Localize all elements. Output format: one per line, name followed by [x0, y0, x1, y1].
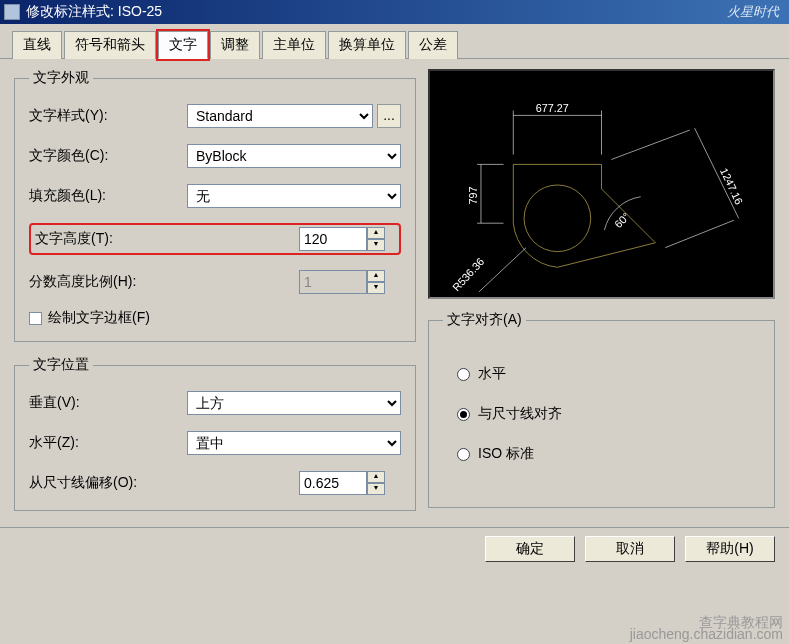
- align-iso-label: ISO 标准: [478, 445, 534, 463]
- svg-point-0: [524, 185, 591, 252]
- help-button[interactable]: 帮助(H): [685, 536, 775, 562]
- offset-input[interactable]: [299, 471, 367, 495]
- align-horizontal-label: 水平: [478, 365, 506, 383]
- tab-primary-units[interactable]: 主单位: [262, 31, 326, 59]
- fill-color-label: 填充颜色(L):: [29, 187, 187, 205]
- offset-spin-down[interactable]: ▼: [367, 483, 385, 495]
- ok-button[interactable]: 确定: [485, 536, 575, 562]
- vertical-select[interactable]: 上方: [187, 391, 401, 415]
- align-legend: 文字对齐(A): [443, 311, 526, 329]
- align-dimension-line-radio[interactable]: [457, 408, 470, 421]
- appearance-legend: 文字外观: [29, 69, 93, 87]
- tab-symbols-arrows[interactable]: 符号和箭头: [64, 31, 156, 59]
- dim-angle: 60°: [612, 210, 632, 230]
- fraction-spin-up: ▲: [367, 270, 385, 282]
- app-icon: [4, 4, 20, 20]
- horizontal-select[interactable]: 置中: [187, 431, 401, 455]
- fraction-scale-label: 分数高度比例(H):: [29, 273, 299, 291]
- dim-top: 677.27: [536, 102, 569, 114]
- dim-left: 797: [467, 187, 479, 205]
- horizontal-label: 水平(Z):: [29, 434, 187, 452]
- svg-line-10: [479, 248, 526, 292]
- text-color-select[interactable]: ByBlock: [187, 144, 401, 168]
- tab-lines[interactable]: 直线: [12, 31, 62, 59]
- offset-label: 从尺寸线偏移(O):: [29, 474, 299, 492]
- vertical-label: 垂直(V):: [29, 394, 187, 412]
- draw-frame-checkbox[interactable]: [29, 312, 42, 325]
- tab-fit[interactable]: 调整: [210, 31, 260, 59]
- align-horizontal-radio[interactable]: [457, 368, 470, 381]
- align-dimension-line-label: 与尺寸线对齐: [478, 405, 562, 423]
- tab-alt-units[interactable]: 换算单位: [328, 31, 406, 59]
- tab-text[interactable]: 文字: [158, 31, 208, 59]
- height-spin-up[interactable]: ▲: [367, 227, 385, 239]
- footer-watermark: 查字典教程网 jiaocheng.chazidian.com: [630, 616, 783, 640]
- tab-strip: 直线 符号和箭头 文字 调整 主单位 换算单位 公差: [0, 24, 789, 59]
- tab-tolerance[interactable]: 公差: [408, 31, 458, 59]
- draw-frame-label: 绘制文字边框(F): [48, 309, 150, 327]
- dim-right: 1247.16: [718, 166, 745, 206]
- placement-legend: 文字位置: [29, 356, 93, 374]
- align-iso-radio[interactable]: [457, 448, 470, 461]
- text-placement-group: 文字位置 垂直(V): 上方 水平(Z): 置中 从尺寸线偏移(O): ▲ ▼: [14, 356, 416, 511]
- svg-line-5: [665, 220, 734, 247]
- text-style-label: 文字样式(Y):: [29, 107, 187, 125]
- fraction-spin-down: ▼: [367, 282, 385, 294]
- offset-spin-up[interactable]: ▲: [367, 471, 385, 483]
- window-title: 修改标注样式: ISO-25: [26, 3, 727, 21]
- text-color-label: 文字颜色(C):: [29, 147, 187, 165]
- dimension-preview: 677.27 1247.16 797 R536.36 60°: [428, 69, 775, 299]
- fill-color-select[interactable]: 无: [187, 184, 401, 208]
- text-style-select[interactable]: Standard: [187, 104, 373, 128]
- svg-line-4: [611, 130, 689, 159]
- text-appearance-group: 文字外观 文字样式(Y): Standard ... 文字颜色(C): ByBl…: [14, 69, 416, 342]
- brand-watermark: 火星时代: [727, 3, 779, 21]
- fraction-scale-input: [299, 270, 367, 294]
- dim-radius: R536.36: [450, 255, 487, 293]
- text-height-label: 文字高度(T):: [35, 230, 299, 248]
- height-spin-down[interactable]: ▼: [367, 239, 385, 251]
- text-alignment-group: 文字对齐(A) 水平 与尺寸线对齐 ISO 标准: [428, 311, 775, 508]
- text-style-browse-button[interactable]: ...: [377, 104, 401, 128]
- cancel-button[interactable]: 取消: [585, 536, 675, 562]
- text-height-input[interactable]: [299, 227, 367, 251]
